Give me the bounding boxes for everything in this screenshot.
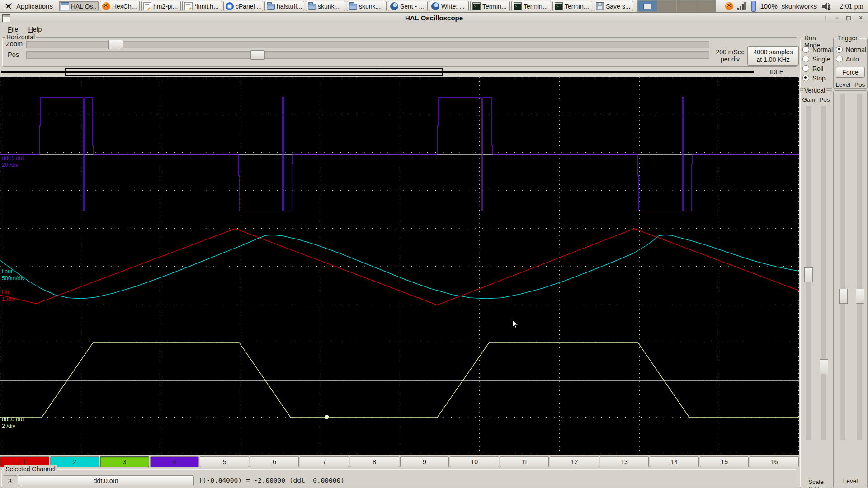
applications-menu[interactable]: Applications — [2, 1, 57, 12]
run-mode-option-label: Normal — [812, 46, 833, 53]
taskbar-window-button[interactable]: hm2-pi... — [141, 1, 181, 11]
vertical-frame: Vertical Gain Pos Scale 2 /div Offset 0.… — [800, 90, 832, 488]
vertical-pos-slider-handle[interactable] — [820, 359, 828, 374]
channel-button-11[interactable]: 11 — [500, 456, 549, 467]
clock: 2:01 pm — [836, 2, 863, 10]
taskbar-window-button[interactable]: Termin... — [552, 1, 592, 11]
pos-slider-handle[interactable] — [250, 50, 265, 60]
gain-slider-handle[interactable] — [804, 267, 813, 282]
gain-label: Gain — [802, 96, 816, 103]
record-view-window[interactable] — [65, 68, 443, 76]
channel-button-6[interactable]: 6 — [250, 456, 299, 467]
radio-icon[interactable] — [802, 56, 809, 62]
channel-button-13[interactable]: 13 — [600, 456, 649, 467]
taskbar-window-button[interactable]: HAL Os... — [59, 1, 99, 11]
channel-button-5[interactable]: 5 — [200, 456, 249, 467]
selected-channel-name-button[interactable]: ddt.0.out — [18, 475, 194, 486]
radio-icon[interactable] — [802, 65, 809, 72]
selected-sample-marker[interactable] — [325, 415, 329, 419]
workspace-1[interactable] — [638, 1, 657, 11]
trigger-pos-slider-handle[interactable] — [856, 289, 864, 304]
channel-button-3[interactable]: 3 — [100, 456, 149, 467]
menu-file[interactable]: File — [4, 25, 22, 34]
trace-label-ddt.0.out: ddt.0.out 2 /div — [2, 416, 24, 430]
taskbar-window-button[interactable]: skunk... — [347, 1, 387, 11]
selected-channel-frame: Selected Channel 3 ddt.0.out f(-0.84000)… — [1, 469, 797, 488]
record-position-bar[interactable]: IDLE — [0, 68, 799, 76]
restore-button[interactable] — [845, 14, 853, 21]
folder-icon — [349, 4, 357, 10]
samples-button[interactable]: 4000 samples at 1.00 KHz — [747, 46, 799, 66]
volume-muted-icon[interactable] — [821, 2, 832, 11]
save-icon — [596, 2, 604, 10]
taskbar-window-button[interactable]: skunk... — [306, 1, 345, 11]
channel-button-15[interactable]: 15 — [700, 456, 749, 467]
menu-help[interactable]: Help — [24, 25, 46, 34]
radio-icon[interactable] — [836, 46, 843, 53]
trigger-mode-option-auto[interactable]: Auto — [834, 54, 867, 64]
run-mode-option-normal[interactable]: Normal — [800, 45, 832, 54]
force-trigger-button[interactable]: Force — [836, 67, 865, 78]
scope-display[interactable]: ddt.1.out 20 /divl.out 500m/divl.in 1 /d… — [0, 77, 799, 455]
workspace-4[interactable] — [696, 1, 715, 11]
run-mode-option-single[interactable]: Single — [800, 54, 832, 64]
editor-icon — [143, 2, 151, 10]
channel-button-7[interactable]: 7 — [300, 456, 349, 467]
workspace-switcher[interactable] — [637, 0, 716, 12]
radio-icon[interactable] — [802, 75, 809, 81]
minimize-button[interactable]: – — [834, 14, 841, 21]
taskbar-window-button[interactable]: Termin... — [511, 1, 551, 11]
run-mode-option-roll[interactable]: Roll — [800, 64, 832, 73]
trigger-level-slider-handle[interactable] — [839, 289, 848, 304]
taskbar-window-button[interactable]: HexCh... — [100, 1, 140, 11]
trigger-level-readout: Level ---- — [834, 478, 867, 488]
zoom-slider-handle[interactable] — [108, 40, 123, 49]
vertical-pos-slider[interactable] — [821, 106, 826, 440]
vertical-frame-label: Vertical — [803, 87, 826, 94]
taskbar-window-label: hm2-pi... — [153, 3, 178, 10]
taskbar-window-label: Sent - ... — [400, 3, 424, 10]
workspace-2[interactable] — [657, 1, 677, 11]
trigger-mode-option-normal[interactable]: Normal — [834, 45, 867, 54]
trigger-frame-label: Trigger — [836, 34, 859, 42]
taskbar-window-button[interactable]: *limit.h... — [182, 1, 222, 11]
taskbar-window-button[interactable]: Save s... — [594, 1, 633, 11]
gain-slider[interactable] — [806, 106, 811, 440]
zoom-slider[interactable] — [26, 41, 709, 48]
channel-button-12[interactable]: 12 — [550, 456, 599, 467]
trigger-pos-slider[interactable] — [857, 94, 862, 440]
taskbar-window-button[interactable]: Write: ... — [429, 1, 469, 11]
run-mode-option-label: Roll — [812, 65, 823, 72]
thunderbird-icon — [431, 2, 439, 10]
channel-button-4[interactable]: 4 — [150, 456, 199, 467]
channel-button-9[interactable]: 9 — [400, 456, 449, 467]
channel-button-10[interactable]: 10 — [450, 456, 499, 467]
channel-button-16[interactable]: 16 — [750, 456, 799, 467]
close-button[interactable]: × — [857, 14, 864, 21]
run-mode-option-stop[interactable]: Stop — [800, 73, 832, 83]
shade-button[interactable]: ↑ — [822, 14, 829, 21]
taskbar-window-label: halstuff... — [277, 3, 302, 10]
taskbar-window-button[interactable]: cPanel ... — [223, 1, 263, 11]
titlebar-controls: ↑ – × — [822, 14, 864, 21]
signal-strength-icon[interactable] — [737, 2, 747, 10]
trigger-level-slider[interactable] — [840, 94, 845, 440]
channel-button-row: 12345678910111213141516 — [0, 456, 799, 467]
taskbar-window-button[interactable]: halstuff... — [264, 1, 304, 11]
channel-button-2[interactable]: 2 — [50, 456, 99, 467]
scope-canvas — [0, 77, 799, 455]
pos-slider[interactable] — [26, 51, 709, 59]
window-titlebar[interactable]: HAL Oscilloscope ↑ – × — [0, 13, 868, 24]
workspace-3[interactable] — [677, 1, 696, 11]
taskbar-window-button[interactable]: Sent - ... — [388, 1, 428, 11]
trace-ddt.0.out — [0, 343, 799, 418]
taskbar-window-button[interactable]: Termin... — [470, 1, 510, 11]
battery-bar-icon[interactable] — [751, 1, 756, 12]
radio-icon[interactable] — [836, 56, 843, 62]
window-icon — [61, 2, 69, 10]
hexchat-tray-icon[interactable] — [725, 2, 733, 10]
selected-channel-number: 3 — [3, 475, 17, 487]
channel-button-8[interactable]: 8 — [350, 456, 399, 467]
channel-button-14[interactable]: 14 — [650, 456, 699, 467]
radio-icon[interactable] — [802, 46, 809, 53]
